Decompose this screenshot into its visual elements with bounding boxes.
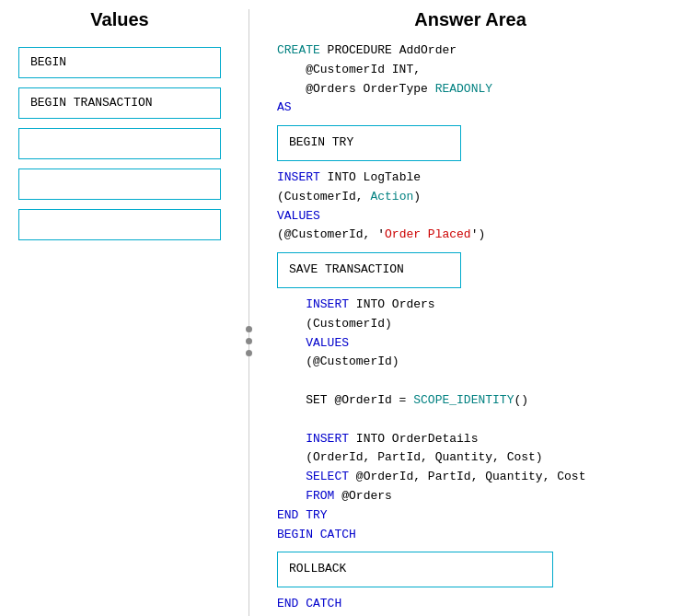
code-line-blank1	[277, 372, 664, 391]
code-line-16: SELECT @OrderId, PartId, Quantity, Cost	[277, 468, 664, 487]
code-line-7: VALUES	[277, 207, 664, 227]
kw-create: CREATE	[277, 43, 320, 57]
dot-1	[246, 326, 252, 332]
answer-box-rollback[interactable]: ROLLBACK	[277, 548, 664, 591]
drag-item-begin-transaction[interactable]: BEGIN TRANSACTION	[18, 87, 221, 119]
answer-box-begin-try[interactable]: BEGIN TRY	[277, 122, 664, 165]
answer-box-save-transaction-text: SAVE TRANSACTION	[277, 252, 461, 288]
panel-divider	[249, 9, 249, 616]
code-line-10: (CustomerId)	[277, 315, 664, 334]
drag-item-begin[interactable]: BEGIN	[18, 47, 221, 78]
right-panel-title: Answer Area	[277, 9, 664, 30]
right-panel: Answer Area CREATE PROCEDURE AddOrder @C…	[259, 9, 682, 616]
code-line-17: FROM @Orders	[277, 487, 664, 506]
code-area: CREATE PROCEDURE AddOrder @CustomerId IN…	[277, 41, 664, 616]
drag-dots	[246, 326, 252, 356]
code-line-5: INSERT INTO LogTable	[277, 169, 664, 188]
code-line-2: @CustomerId INT,	[277, 61, 664, 80]
answer-box-save-transaction[interactable]: SAVE TRANSACTION	[277, 249, 664, 292]
code-line-4: AS	[277, 99, 664, 118]
code-line-13: SET @OrderId = SCOPE_IDENTITY()	[277, 391, 664, 411]
answer-box-rollback-text: ROLLBACK	[277, 552, 553, 587]
code-line-15: (OrderId, PartId, Quantity, Cost)	[277, 448, 664, 468]
code-line-20: END CATCH	[277, 595, 664, 614]
code-line-11: VALUES	[277, 334, 664, 354]
code-line-19: BEGIN CATCH	[277, 526, 664, 545]
drag-item-empty1[interactable]	[18, 128, 221, 159]
code-line-9: INSERT INTO Orders	[277, 296, 664, 315]
code-line-3: @Orders OrderType READONLY	[277, 80, 664, 99]
code-line-18: END TRY	[277, 506, 664, 526]
left-panel-title: Values	[18, 9, 221, 30]
code-line-12: (@CustomerId)	[277, 353, 664, 372]
code-line-6: (CustomerId, Action)	[277, 188, 664, 207]
code-line-blank2	[277, 411, 664, 430]
code-line-8: (@CustomerId, 'Order Placed')	[277, 226, 664, 245]
code-line-1: CREATE PROCEDURE AddOrder	[277, 41, 664, 61]
code-line-14: INSERT INTO OrderDetails	[277, 430, 664, 449]
dot-3	[246, 350, 252, 356]
left-panel: Values BEGIN BEGIN TRANSACTION	[0, 9, 239, 616]
drag-item-empty3[interactable]	[18, 209, 221, 240]
answer-box-begin-try-text: BEGIN TRY	[277, 125, 461, 161]
dot-2	[246, 338, 252, 344]
drag-item-empty2[interactable]	[18, 169, 221, 200]
